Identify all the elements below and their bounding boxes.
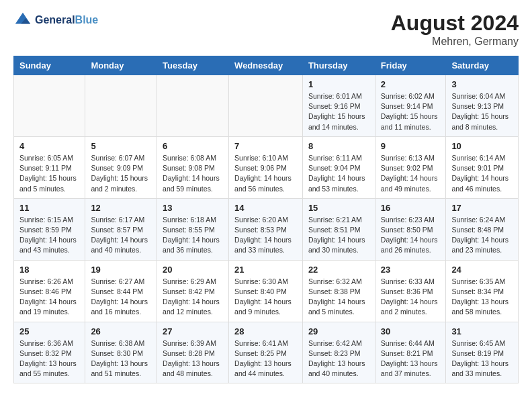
day-number: 31 [451, 326, 513, 336]
logo-text: GeneralBlue [35, 14, 98, 26]
calendar-cell-w3-d3: 14Sunrise: 6:20 AM Sunset: 8:53 PM Dayli… [229, 198, 303, 260]
col-tuesday: Tuesday [157, 56, 229, 75]
calendar-week-4: 18Sunrise: 6:26 AM Sunset: 8:46 PM Dayli… [14, 260, 519, 322]
col-sunday: Sunday [14, 56, 85, 75]
calendar-cell-w4-d2: 20Sunrise: 6:29 AM Sunset: 8:42 PM Dayli… [157, 260, 229, 322]
day-info: Sunrise: 6:42 AM Sunset: 8:23 PM Dayligh… [308, 338, 369, 379]
day-number: 7 [234, 141, 297, 151]
calendar-cell-w2-d0: 4Sunrise: 6:05 AM Sunset: 9:11 PM Daylig… [14, 136, 85, 198]
day-number: 15 [308, 203, 369, 213]
day-info: Sunrise: 6:27 AM Sunset: 8:44 PM Dayligh… [91, 277, 151, 318]
day-info: Sunrise: 6:20 AM Sunset: 8:53 PM Dayligh… [234, 215, 297, 256]
day-info: Sunrise: 6:17 AM Sunset: 8:57 PM Dayligh… [91, 215, 151, 256]
day-info: Sunrise: 6:38 AM Sunset: 8:30 PM Dayligh… [91, 338, 151, 379]
day-number: 25 [19, 326, 79, 336]
day-number: 1 [308, 79, 369, 89]
calendar-cell-w1-d2 [157, 75, 229, 137]
day-number: 30 [381, 326, 441, 336]
day-info: Sunrise: 6:44 AM Sunset: 8:21 PM Dayligh… [381, 338, 441, 379]
calendar-cell-w5-d1: 26Sunrise: 6:38 AM Sunset: 8:30 PM Dayli… [85, 322, 157, 383]
calendar-cell-w3-d5: 16Sunrise: 6:23 AM Sunset: 8:50 PM Dayli… [375, 198, 446, 260]
col-thursday: Thursday [302, 56, 375, 75]
day-info: Sunrise: 6:18 AM Sunset: 8:55 PM Dayligh… [163, 215, 223, 256]
calendar-cell-w4-d1: 19Sunrise: 6:27 AM Sunset: 8:44 PM Dayli… [85, 260, 157, 322]
day-info: Sunrise: 6:36 AM Sunset: 8:32 PM Dayligh… [19, 338, 79, 379]
calendar-cell-w3-d6: 17Sunrise: 6:24 AM Sunset: 8:48 PM Dayli… [446, 198, 519, 260]
day-number: 13 [163, 203, 223, 213]
title-block: August 2024 Mehren, Germany [391, 11, 519, 48]
calendar-cell-w2-d4: 8Sunrise: 6:11 AM Sunset: 9:04 PM Daylig… [302, 136, 375, 198]
day-info: Sunrise: 6:33 AM Sunset: 8:36 PM Dayligh… [381, 277, 441, 318]
day-info: Sunrise: 6:02 AM Sunset: 9:14 PM Dayligh… [381, 91, 441, 132]
day-number: 21 [234, 265, 297, 275]
calendar-week-5: 25Sunrise: 6:36 AM Sunset: 8:32 PM Dayli… [14, 322, 519, 383]
day-number: 8 [308, 141, 369, 151]
day-number: 12 [91, 203, 151, 213]
calendar-cell-w1-d6: 3Sunrise: 6:04 AM Sunset: 9:13 PM Daylig… [446, 75, 519, 137]
day-info: Sunrise: 6:05 AM Sunset: 9:11 PM Dayligh… [19, 153, 79, 194]
calendar-cell-w1-d1 [85, 75, 157, 137]
day-info: Sunrise: 6:08 AM Sunset: 9:08 PM Dayligh… [163, 153, 223, 194]
calendar-cell-w2-d6: 10Sunrise: 6:14 AM Sunset: 9:01 PM Dayli… [446, 136, 519, 198]
col-wednesday: Wednesday [229, 56, 303, 75]
calendar-cell-w5-d5: 30Sunrise: 6:44 AM Sunset: 8:21 PM Dayli… [375, 322, 446, 383]
day-number: 9 [381, 141, 441, 151]
calendar-cell-w3-d2: 13Sunrise: 6:18 AM Sunset: 8:55 PM Dayli… [157, 198, 229, 260]
day-number: 11 [19, 203, 79, 213]
col-monday: Monday [85, 56, 157, 75]
day-number: 17 [451, 203, 513, 213]
header: GeneralBlue August 2024 Mehren, Germany [13, 11, 519, 48]
main-title: August 2024 [391, 11, 519, 36]
calendar-cell-w4-d6: 24Sunrise: 6:35 AM Sunset: 8:34 PM Dayli… [446, 260, 519, 322]
calendar-cell-w2-d3: 7Sunrise: 6:10 AM Sunset: 9:06 PM Daylig… [229, 136, 303, 198]
day-number: 10 [451, 141, 513, 151]
day-number: 23 [381, 265, 441, 275]
day-number: 18 [19, 265, 79, 275]
day-number: 2 [381, 79, 441, 89]
day-number: 14 [234, 203, 297, 213]
day-number: 4 [19, 141, 79, 151]
calendar-cell-w1-d5: 2Sunrise: 6:02 AM Sunset: 9:14 PM Daylig… [375, 75, 446, 137]
day-info: Sunrise: 6:01 AM Sunset: 9:16 PM Dayligh… [308, 91, 369, 132]
calendar-table: Sunday Monday Tuesday Wednesday Thursday… [13, 56, 519, 383]
calendar-cell-w3-d0: 11Sunrise: 6:15 AM Sunset: 8:59 PM Dayli… [14, 198, 85, 260]
calendar-cell-w5-d2: 27Sunrise: 6:39 AM Sunset: 8:28 PM Dayli… [157, 322, 229, 383]
day-info: Sunrise: 6:26 AM Sunset: 8:46 PM Dayligh… [19, 277, 79, 318]
day-number: 29 [308, 326, 369, 336]
day-info: Sunrise: 6:04 AM Sunset: 9:13 PM Dayligh… [451, 91, 513, 132]
day-info: Sunrise: 6:10 AM Sunset: 9:06 PM Dayligh… [234, 153, 297, 194]
day-number: 3 [451, 79, 513, 89]
calendar-cell-w1-d0 [14, 75, 85, 137]
day-info: Sunrise: 6:45 AM Sunset: 8:19 PM Dayligh… [451, 338, 513, 379]
calendar-cell-w5-d4: 29Sunrise: 6:42 AM Sunset: 8:23 PM Dayli… [302, 322, 375, 383]
day-number: 20 [163, 265, 223, 275]
logo-icon [13, 11, 32, 30]
day-info: Sunrise: 6:21 AM Sunset: 8:51 PM Dayligh… [308, 215, 369, 256]
calendar-week-2: 4Sunrise: 6:05 AM Sunset: 9:11 PM Daylig… [14, 136, 519, 198]
calendar-cell-w2-d5: 9Sunrise: 6:13 AM Sunset: 9:02 PM Daylig… [375, 136, 446, 198]
day-info: Sunrise: 6:29 AM Sunset: 8:42 PM Dayligh… [163, 277, 223, 318]
day-number: 26 [91, 326, 151, 336]
day-info: Sunrise: 6:32 AM Sunset: 8:38 PM Dayligh… [308, 277, 369, 318]
day-info: Sunrise: 6:24 AM Sunset: 8:48 PM Dayligh… [451, 215, 513, 256]
day-info: Sunrise: 6:39 AM Sunset: 8:28 PM Dayligh… [163, 338, 223, 379]
day-number: 22 [308, 265, 369, 275]
day-info: Sunrise: 6:11 AM Sunset: 9:04 PM Dayligh… [308, 153, 369, 194]
day-number: 24 [451, 265, 513, 275]
col-friday: Friday [375, 56, 446, 75]
day-number: 16 [381, 203, 441, 213]
calendar-cell-w4-d5: 23Sunrise: 6:33 AM Sunset: 8:36 PM Dayli… [375, 260, 446, 322]
calendar-week-3: 11Sunrise: 6:15 AM Sunset: 8:59 PM Dayli… [14, 198, 519, 260]
page-container: GeneralBlue August 2024 Mehren, Germany … [0, 0, 532, 394]
day-info: Sunrise: 6:41 AM Sunset: 8:25 PM Dayligh… [234, 338, 297, 379]
day-number: 5 [91, 141, 151, 151]
day-info: Sunrise: 6:30 AM Sunset: 8:40 PM Dayligh… [234, 277, 297, 318]
calendar-cell-w5-d0: 25Sunrise: 6:36 AM Sunset: 8:32 PM Dayli… [14, 322, 85, 383]
calendar-cell-w1-d4: 1Sunrise: 6:01 AM Sunset: 9:16 PM Daylig… [302, 75, 375, 137]
calendar-cell-w4-d4: 22Sunrise: 6:32 AM Sunset: 8:38 PM Dayli… [302, 260, 375, 322]
col-saturday: Saturday [446, 56, 519, 75]
calendar-cell-w5-d6: 31Sunrise: 6:45 AM Sunset: 8:19 PM Dayli… [446, 322, 519, 383]
day-info: Sunrise: 6:15 AM Sunset: 8:59 PM Dayligh… [19, 215, 79, 256]
calendar-cell-w2-d2: 6Sunrise: 6:08 AM Sunset: 9:08 PM Daylig… [157, 136, 229, 198]
day-info: Sunrise: 6:23 AM Sunset: 8:50 PM Dayligh… [381, 215, 441, 256]
